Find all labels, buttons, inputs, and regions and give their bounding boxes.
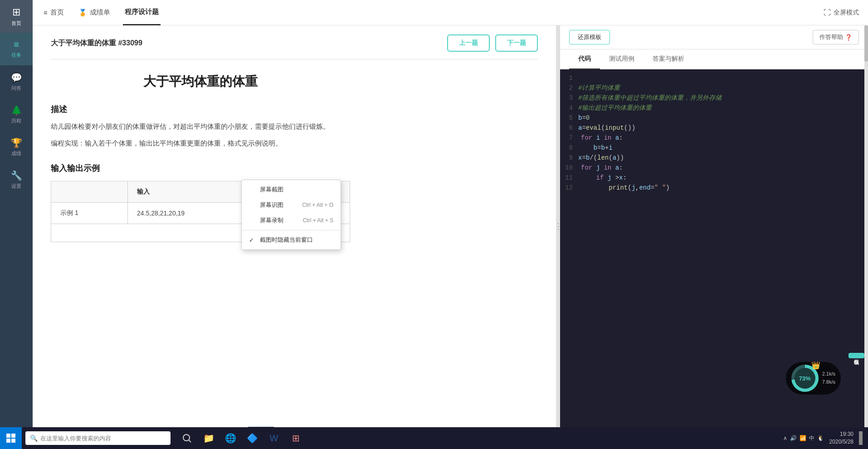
next-problem-button[interactable]: 下一题: [495, 34, 538, 52]
search-icon: 🔍: [30, 434, 38, 442]
prev-problem-button[interactable]: 上一题: [447, 34, 490, 52]
task-icon: ≡: [14, 39, 19, 50]
taskbar-icon-edge[interactable]: 🔷: [243, 429, 261, 447]
code-line-9: 9 x=b/(len(a)): [560, 153, 868, 163]
svg-rect-2: [6, 439, 10, 443]
code-line-2: 2 #计算平均体重: [560, 83, 868, 93]
ctx-divider: [242, 230, 341, 230]
help-icon: ❓: [845, 34, 852, 41]
nav-scorelist-label: 成绩单: [90, 8, 110, 17]
upload-speed: 2.1k/s: [822, 370, 835, 378]
sidebar: ⊞ 首页 ≡ 任务 💬 问答 🌲 历程 🏆 成绩 🔧 设置: [0, 0, 33, 427]
line-num-2: 2: [560, 83, 578, 93]
top-navigation: ≡ 首页 🏅 成绩单 程序设计题 ⛶ 全屏模式: [33, 0, 868, 25]
line-num-3: 3: [560, 93, 578, 103]
sidebar-item-qa[interactable]: 💬 问答: [0, 65, 33, 98]
tray-volume[interactable]: 🔊: [790, 435, 797, 441]
line-num-1: 1: [560, 73, 578, 83]
tray-input[interactable]: 中: [809, 434, 814, 442]
tray-arrow[interactable]: ∧: [783, 435, 787, 441]
line-content-8: b=b+i: [578, 143, 613, 153]
svg-rect-1: [11, 434, 15, 438]
taskbar-search-box[interactable]: 🔍: [25, 431, 171, 445]
help-label: 作答帮助: [819, 33, 843, 41]
fullscreen-button[interactable]: ⛶ 全屏模式: [824, 9, 859, 17]
start-button[interactable]: [0, 427, 22, 449]
answer-help-button[interactable]: 作答帮助 ❓: [813, 30, 859, 44]
system-tray: ∧ 🔊 📶 中 🐧: [783, 434, 824, 442]
io-example-label: 示例 1: [51, 203, 128, 224]
line-content-7: for i in a:: [581, 133, 623, 143]
line-num-8: 8: [560, 143, 578, 153]
sidebar-item-score[interactable]: 🏆 成绩: [0, 131, 33, 163]
ctx-screenshot[interactable]: 屏幕截图: [242, 182, 341, 197]
code-line-5: 5 b=0: [560, 113, 868, 123]
taskbar-right-area: ∧ 🔊 📶 中 🐧 19:30 2020/5/28: [783, 430, 868, 446]
tray-network[interactable]: 📶: [800, 435, 806, 441]
taskbar-clock[interactable]: 19:30 2020/5/28: [829, 430, 853, 446]
speed-percent: 73%: [795, 368, 815, 389]
search-input[interactable]: [40, 435, 166, 442]
tab-code[interactable]: 代码: [569, 49, 600, 69]
content-area: 大于平均体重的体重 #33099 上一题 下一题 大于平均体重的体重 描述 幼儿…: [33, 25, 868, 427]
app-scrollbar[interactable]: [864, 25, 868, 427]
sidebar-item-task[interactable]: ≡ 任务: [0, 33, 33, 65]
code-line-12: 12 print(j,end=" "): [560, 183, 868, 193]
ctx-screen-record[interactable]: 屏幕录制 Ctrl + Alt + S: [242, 213, 341, 228]
line-content-12: print(j,end=" "): [578, 183, 670, 193]
taskbar-icon-word[interactable]: W: [265, 429, 283, 447]
taskbar-icon-explorer[interactable]: 📁: [200, 429, 218, 447]
nav-home[interactable]: ≡ 首页: [42, 0, 66, 25]
sidebar-label-qa: 问答: [11, 85, 21, 92]
ctx-screen-recognize[interactable]: 屏幕识图 Ctrl + Alt + O: [242, 197, 341, 213]
code-line-8: 8 b=b+i: [560, 143, 868, 153]
code-line-6: 6 a=eval(input()): [560, 123, 868, 133]
line-num-10: 10: [560, 163, 578, 173]
sidebar-item-home[interactable]: ⊞ 首页: [0, 0, 33, 33]
app-container: ⊞ 首页 ≡ 任务 💬 问答 🌲 历程 🏆 成绩 🔧 设置 ≡: [0, 0, 868, 427]
line-content-9: x=b/(len(a)): [578, 153, 624, 163]
nav-programming[interactable]: 程序设计题: [123, 0, 161, 25]
taskbar-time-value: 19:30: [829, 430, 853, 438]
taskbar-icon-search[interactable]: [178, 429, 196, 447]
ctx-screenshot-label: 屏幕截图: [260, 185, 283, 194]
problem-nav-buttons: 上一题 下一题: [447, 34, 538, 52]
settings-icon: 🔧: [11, 170, 22, 181]
panel-divider[interactable]: ⋮: [556, 25, 560, 427]
qa-icon: 💬: [11, 72, 22, 83]
home-icon: ⊞: [12, 6, 20, 18]
ctx-recognize-label: 屏幕识图: [260, 201, 283, 209]
sidebar-item-history[interactable]: 🌲 历程: [0, 98, 33, 131]
main-content: ≡ 首页 🏅 成绩单 程序设计题 ⛶ 全屏模式 大于平均体重的体重 #33099: [33, 0, 868, 427]
online-code-button[interactable]: 在线编程: [848, 353, 864, 358]
svg-line-5: [189, 440, 191, 442]
ctx-recognize-shortcut: Ctrl + Alt + O: [302, 202, 333, 208]
io-col-example: [51, 181, 128, 203]
nav-scorelist[interactable]: 🏅 成绩单: [77, 0, 112, 25]
code-lines: 1 2 #计算平均体重 3 #筛选所有体重中超过平均体重的体重，并另外存储: [560, 69, 868, 196]
sidebar-label-task: 任务: [11, 52, 21, 59]
sidebar-item-settings[interactable]: 🔧 设置: [0, 163, 33, 196]
restore-template-button[interactable]: 还原模板: [569, 30, 610, 44]
tab-answer[interactable]: 答案与解析: [644, 49, 693, 69]
line-num-12: 12: [560, 183, 578, 193]
taskbar-icon-app[interactable]: ⊞: [287, 429, 305, 447]
crown-icon: 👑: [811, 361, 820, 370]
line-num-11: 11: [560, 173, 578, 183]
svg-rect-0: [6, 434, 10, 438]
taskbar-icon-ie[interactable]: 🌐: [221, 429, 239, 447]
code-tabs: 代码 测试用例 答案与解析: [560, 49, 868, 69]
sidebar-label-settings: 设置: [11, 183, 21, 190]
show-desktop-btn[interactable]: [859, 431, 863, 445]
sidebar-label-home: 首页: [11, 20, 21, 27]
svg-rect-3: [11, 439, 15, 443]
speed-info: 2.1k/s 7.8k/s: [822, 370, 835, 386]
tab-testcase[interactable]: 测试用例: [600, 49, 644, 69]
tray-qq[interactable]: 🐧: [817, 435, 824, 441]
line-num-9: 9: [560, 153, 578, 163]
ctx-hide-window[interactable]: ✓ 截图时隐藏当前窗口: [242, 232, 341, 248]
code-line-1: 1: [560, 73, 868, 83]
problem-panel: 大于平均体重的体重 #33099 上一题 下一题 大于平均体重的体重 描述 幼儿…: [33, 25, 556, 427]
code-line-10: 10 for j in a:: [560, 163, 868, 173]
line-content-11: if j >x:: [581, 173, 627, 183]
